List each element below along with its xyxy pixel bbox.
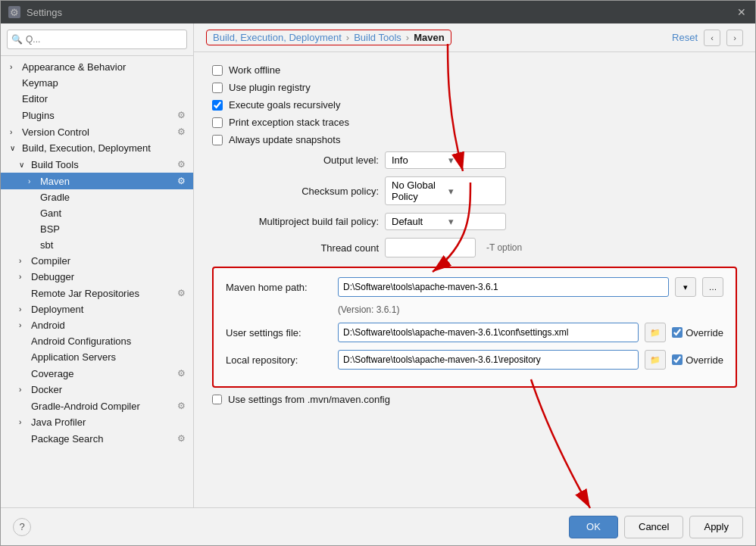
search-input[interactable] (7, 30, 187, 49)
back-button[interactable]: ‹ (704, 30, 720, 46)
t-option-label: -T option (486, 242, 522, 253)
nav-tree: › Appearance & Behavior Keymap Editor Pl… (1, 56, 193, 507)
sidebar-item-label: Version Control (22, 126, 89, 138)
chevron-down-icon: ▾ (445, 185, 502, 198)
settings-window: ⚙ Settings ✕ 🔍 › Appearance & Behavior (0, 0, 756, 546)
search-icon: 🔍 (11, 34, 23, 45)
sidebar-item-label: Remote Jar Repositories (31, 288, 139, 299)
maven-home-dropdown-btn[interactable]: ▾ (675, 277, 696, 297)
local-repo-override-label[interactable]: Override (686, 354, 723, 366)
expand-arrow: › (19, 385, 28, 394)
thread-count-input[interactable] (385, 238, 476, 257)
sidebar-item-bsp[interactable]: BSP (1, 221, 193, 237)
breadcrumb-item-1[interactable]: Build, Execution, Deployment (213, 32, 342, 43)
forward-button[interactable]: › (726, 30, 743, 46)
sidebar-item-gradle-android[interactable]: Gradle-Android Compiler ⚙ (1, 398, 193, 414)
user-settings-override-checkbox[interactable] (672, 327, 683, 338)
sidebar-item-maven[interactable]: › Maven ⚙ (1, 173, 193, 189)
always-update-checkbox[interactable] (212, 135, 223, 145)
sidebar-item-app-servers[interactable]: Application Servers (1, 349, 193, 365)
settings-icon: ⚙ (175, 400, 187, 412)
maven-version-text: (Version: 3.6.1) (338, 304, 723, 315)
local-repo-input[interactable] (338, 350, 639, 370)
local-repo-override: Override (672, 354, 723, 366)
sidebar-item-android-config[interactable]: Android Configurations (1, 333, 193, 349)
help-button[interactable]: ? (13, 518, 31, 536)
sidebar-item-label: Keymap (22, 77, 58, 89)
breadcrumb-item-2[interactable]: Build Tools (354, 32, 401, 43)
sidebar-item-label: Deployment (31, 304, 83, 315)
reset-link[interactable]: Reset (672, 32, 698, 43)
bottom-bar: ? OK Cancel Apply (1, 507, 755, 545)
maven-settings-box: Maven home path: ▾ … (Version: 3.6.1) Us… (212, 267, 737, 388)
sidebar-item-label: Editor (22, 93, 48, 105)
sidebar-item-editor[interactable]: Editor (1, 91, 193, 107)
output-level-row: Output level: Info ▾ (212, 151, 737, 169)
apply-button[interactable]: Apply (689, 516, 743, 538)
title-bar: ⚙ Settings ✕ (1, 1, 755, 23)
sidebar-item-deployment[interactable]: › Deployment (1, 301, 193, 317)
local-repo-browse-btn[interactable]: 📁 (645, 350, 666, 370)
settings-icon: ⚙ (175, 367, 187, 379)
multiproject-policy-value: Default (389, 215, 445, 228)
work-offline-label[interactable]: Work offline (229, 64, 280, 76)
maven-home-input[interactable] (338, 277, 669, 297)
sidebar-item-version-control[interactable]: › Version Control ⚙ (1, 123, 193, 140)
sidebar-item-coverage[interactable]: Coverage ⚙ (1, 365, 193, 382)
print-exceptions-label[interactable]: Print exception stack traces (229, 117, 349, 128)
cancel-button[interactable]: Cancel (624, 516, 683, 538)
use-settings-label[interactable]: Use settings from .mvn/maven.config (228, 394, 390, 405)
execute-goals-label[interactable]: Execute goals recursively (229, 99, 340, 111)
settings-icon: ⚙ (175, 432, 187, 445)
local-repo-row: Local repository: 📁 Override (226, 350, 723, 370)
use-plugin-registry-label[interactable]: Use plugin registry (229, 82, 311, 93)
sidebar-item-label: Compiler (31, 255, 70, 267)
sidebar-item-keymap[interactable]: Keymap (1, 75, 193, 91)
use-plugin-registry-checkbox[interactable] (212, 83, 223, 93)
sidebar-item-android[interactable]: › Android (1, 317, 193, 333)
user-settings-override-label[interactable]: Override (686, 327, 723, 339)
always-update-label[interactable]: Always update snapshots (229, 134, 340, 145)
always-update-row: Always update snapshots (212, 134, 737, 145)
sidebar-item-build-tools[interactable]: ∨ Build Tools ⚙ (1, 156, 193, 173)
right-panel: Build, Execution, Deployment › Build Too… (194, 23, 755, 507)
app-icon: ⚙ (8, 6, 20, 18)
plugin-registry-row: Use plugin registry (212, 82, 737, 93)
expand-arrow: › (10, 63, 19, 71)
multiproject-policy-dropdown[interactable]: Default ▾ (385, 213, 506, 230)
sidebar-item-label: Package Search (31, 433, 103, 445)
maven-home-browse-btn[interactable]: … (702, 277, 723, 297)
sidebar-item-plugins[interactable]: Plugins ⚙ (1, 107, 193, 123)
thread-count-label: Thread count (212, 242, 379, 254)
local-repo-override-checkbox[interactable] (672, 354, 683, 365)
user-settings-input[interactable] (338, 323, 639, 342)
expand-arrow: ∨ (10, 144, 19, 152)
use-settings-checkbox[interactable] (212, 395, 222, 404)
sidebar-item-package-search[interactable]: Package Search ⚙ (1, 430, 193, 447)
sidebar-item-remote-jar[interactable]: Remote Jar Repositories ⚙ (1, 285, 193, 301)
sidebar-item-label: Maven (40, 176, 70, 187)
user-settings-browse-btn[interactable]: 📁 (645, 323, 666, 342)
checksum-policy-dropdown[interactable]: No Global Policy ▾ (385, 176, 506, 205)
sidebar-item-build[interactable]: ∨ Build, Execution, Deployment (1, 140, 193, 156)
sidebar-item-debugger[interactable]: › Debugger (1, 269, 193, 285)
execute-goals-checkbox[interactable] (212, 100, 223, 111)
breadcrumb: Build, Execution, Deployment › Build Too… (206, 30, 451, 45)
sidebar-item-java-profiler[interactable]: › Java Profiler (1, 414, 193, 430)
output-level-dropdown[interactable]: Info ▾ (385, 151, 506, 169)
maven-home-label: Maven home path: (226, 282, 332, 293)
user-settings-override: Override (672, 327, 723, 339)
sidebar-item-compiler[interactable]: › Compiler (1, 253, 193, 269)
print-exceptions-checkbox[interactable] (212, 117, 223, 128)
work-offline-checkbox[interactable] (212, 65, 223, 76)
close-button[interactable]: ✕ (736, 6, 748, 18)
sidebar-item-sbt[interactable]: sbt (1, 237, 193, 253)
sidebar-item-appearance[interactable]: › Appearance & Behavior (1, 59, 193, 75)
expand-arrow: › (19, 305, 28, 314)
sidebar-item-label: sbt (40, 239, 53, 251)
sidebar-item-docker[interactable]: › Docker (1, 382, 193, 398)
sidebar-item-gant[interactable]: Gant (1, 205, 193, 221)
sidebar-item-gradle[interactable]: Gradle (1, 189, 193, 205)
settings-icon: ⚙ (175, 287, 187, 299)
ok-button[interactable]: OK (569, 516, 618, 538)
